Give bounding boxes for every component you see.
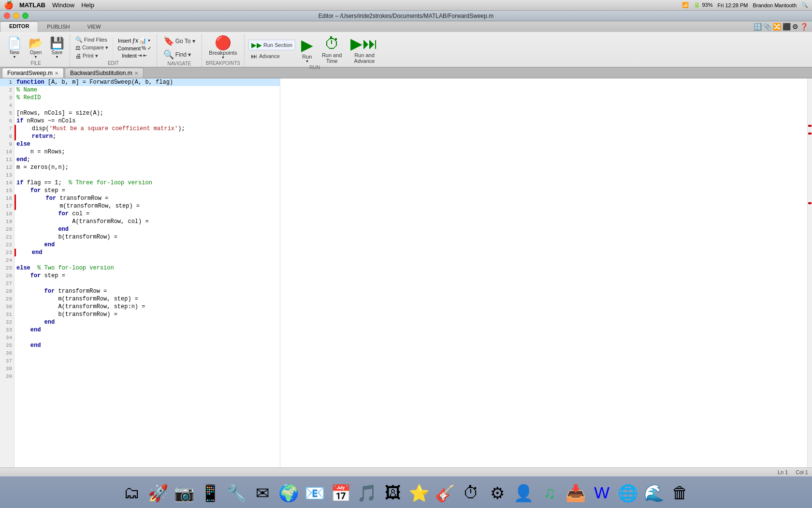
tab-backwardsubstitution[interactable]: BackwardSubstitution.m ✕ — [65, 68, 144, 78]
line-num-3: 3 — [0, 94, 14, 102]
dock-finder[interactable]: 🗂 — [119, 480, 145, 506]
find-files-label: Find Files — [84, 37, 107, 43]
ribbon-group-file: 📄 New ▼ 📂 Open ▼ 💾 Save ▼ FILE — [2, 34, 70, 67]
dock-word[interactable]: W — [589, 480, 614, 506]
dock-utorrent[interactable]: 📥 — [563, 480, 588, 506]
dock-appalt[interactable]: 🌐 — [615, 480, 640, 506]
comment-button[interactable]: Comment % ✓ — [116, 45, 152, 52]
run-and-time-label: Run andTime — [322, 52, 342, 64]
tab-forwardsweep-close[interactable]: ✕ — [55, 71, 58, 76]
dock-timemachine[interactable]: ⏱ — [459, 480, 484, 506]
line-num-8: 8 — [0, 133, 14, 140]
dock-mango[interactable]: 🌊 — [641, 480, 667, 506]
line-num-30: 30 — [0, 303, 14, 311]
dock-garageband[interactable]: 🎸 — [433, 480, 458, 506]
apple-menu[interactable]: 🍎 — [4, 0, 14, 10]
tab-forwardsweep-label: ForwardSweep.m — [7, 70, 53, 76]
search-icon[interactable]: 🔍 — [801, 2, 808, 8]
goto-button[interactable]: 🔖 Go To ▾ — [161, 35, 198, 47]
line-num-14: 14 — [0, 179, 14, 187]
find-button[interactable]: 🔍 Find ▾ — [161, 48, 198, 61]
run-and-advance-button[interactable]: ▶⏭ Run andAdvance — [348, 35, 381, 65]
line-num-35: 35 — [0, 342, 14, 349]
icon3[interactable]: 🔀 — [773, 23, 781, 30]
tab-editor[interactable]: EDITOR — [0, 21, 38, 32]
code-line-11: end; — [14, 156, 280, 164]
find-files-button[interactable]: 🔍 Find Files — [74, 36, 110, 44]
minimize-button[interactable] — [13, 13, 19, 19]
tab-view[interactable]: VIEW — [78, 21, 109, 32]
dock-reeder[interactable]: ⭐ — [406, 480, 432, 506]
run-and-time-button[interactable]: ⏱ Run andTime — [319, 35, 345, 65]
print-button[interactable]: 🖨 Print ▾ — [74, 52, 110, 60]
icon4[interactable]: ⬛ — [783, 23, 791, 30]
ribbon-group-edit: 🔍 Find Files ⚖ Compare ▾ 🖨 Print ▾ Inser… — [70, 34, 157, 67]
dock-launchpad[interactable]: 🚀 — [145, 480, 171, 506]
dock-itunes[interactable]: 🎵 — [354, 480, 379, 506]
menu-window[interactable]: Window — [52, 1, 74, 9]
maximize-button[interactable] — [22, 13, 29, 19]
ribbon-group-navigate: 🔖 Go To ▾ 🔍 Find ▾ NAVIGATE — [157, 34, 202, 67]
menubar-right: 📶 🔋 93% Fri 12:28 PM Brandon Mantooth 🔍 — [682, 2, 808, 8]
run-section-button[interactable]: ▶▶ Run Section — [248, 40, 295, 50]
line-num-10: 10 — [0, 148, 14, 156]
line-num-25: 25 — [0, 264, 14, 272]
dock-iphoto[interactable]: 🖼 — [380, 480, 406, 506]
dock-letterapp[interactable]: ✉ — [250, 480, 275, 506]
code-line-10: n = nRows; — [14, 148, 280, 156]
dock-calendar[interactable]: 📅 — [328, 480, 353, 506]
toolbar-icons-right: 🔠 📎 🔀 ⬛ ⚙ ❓ — [754, 21, 812, 32]
run-and-advance-icon: ▶⏭ — [350, 36, 378, 51]
col-status: Col 1 — [796, 469, 808, 475]
line-num-21: 21 — [0, 233, 14, 241]
help-icon[interactable]: ❓ — [800, 23, 808, 30]
line-num-34: 34 — [0, 334, 14, 342]
breakpoints-button[interactable]: 🔴 Breakpoints ▼ — [206, 35, 240, 60]
save-button[interactable]: 💾 Save ▼ — [47, 36, 67, 60]
ribbon: EDITOR PUBLISH VIEW 🔠 📎 🔀 ⬛ ⚙ ❓ 📄 New ▼ … — [0, 21, 812, 68]
dock-spotify[interactable]: ♫ — [537, 480, 562, 506]
menu-help[interactable]: Help — [81, 1, 94, 9]
line-num-1: 1 — [0, 78, 14, 86]
dock-mail[interactable]: 📧 — [302, 480, 327, 506]
tab-forwardsweep[interactable]: ForwardSweep.m ✕ — [2, 68, 64, 78]
new-arrow: ▼ — [13, 55, 16, 59]
insert-button[interactable]: Insert ƒx 📊 ▼ — [116, 37, 152, 45]
icon1[interactable]: 🔠 — [754, 23, 762, 30]
tab-publish[interactable]: PUBLISH — [38, 21, 78, 32]
advance-button[interactable]: ⏭ Advance — [248, 51, 295, 61]
line-num-22: 22 — [0, 241, 14, 249]
editor-area: 1 2 3 4 5 6 7 8 9 10 11 12 13 14 15 16 1… — [0, 78, 812, 467]
code-line-4 — [14, 102, 280, 109]
line-num-20: 20 — [0, 225, 14, 233]
close-button[interactable] — [4, 13, 10, 19]
indent-button[interactable]: Indent ⇥ ⇤ — [120, 52, 148, 59]
line-num-29: 29 — [0, 295, 14, 303]
open-button[interactable]: 📂 Open ▼ — [26, 36, 45, 60]
dock-facetime[interactable]: 👤 — [511, 480, 536, 506]
dock-appstore[interactable]: 📱 — [198, 480, 223, 506]
code-line-32: end — [14, 318, 280, 326]
settings-icon[interactable]: ⚙ — [792, 23, 798, 30]
line-num-33: 33 — [0, 326, 14, 334]
advance-icon: ⏭ — [251, 52, 258, 60]
find-files-icon: 🔍 — [75, 36, 83, 43]
code-line-18: for col = — [14, 210, 280, 218]
status-bar: Ln 1 Col 1 — [0, 467, 812, 476]
dock-browser[interactable]: 🌍 — [276, 480, 301, 506]
icon2[interactable]: 📎 — [763, 23, 771, 30]
dock-systemprefsalt[interactable]: ⚙ — [485, 480, 510, 506]
dock-systemprefs[interactable]: 🔧 — [224, 480, 249, 506]
code-line-13 — [14, 171, 280, 179]
dock-photos[interactable]: 📷 — [172, 480, 197, 506]
line-num-19: 19 — [0, 218, 14, 225]
new-button[interactable]: 📄 New ▼ — [5, 36, 24, 60]
run-group-label: RUN — [309, 65, 320, 71]
menu-matlab[interactable]: MATLAB — [19, 1, 45, 9]
compare-button[interactable]: ⚖ Compare ▾ — [74, 44, 110, 52]
code-panel-left[interactable]: function [A, b, m] = ForwardSweep(A, b, … — [14, 78, 280, 467]
tab-backwardsubstitution-close[interactable]: ✕ — [134, 71, 138, 76]
run-button[interactable]: ▶ Run ▼ — [298, 36, 316, 64]
comment-label: Comment — [117, 45, 141, 51]
dock-trash[interactable]: 🗑 — [667, 480, 693, 506]
